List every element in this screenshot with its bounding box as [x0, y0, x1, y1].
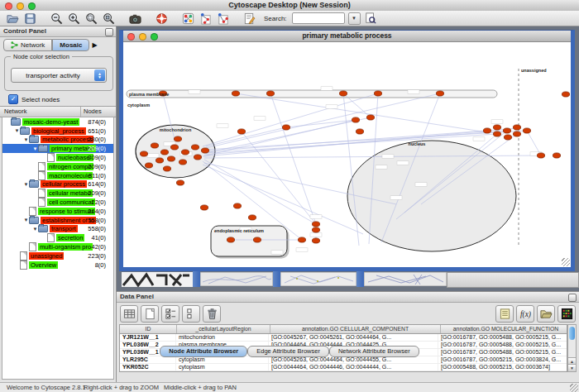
table-row[interactable]: YKR052Ccytoplasm[GO:0044464, GO:0044446,…	[120, 364, 567, 371]
tree-row[interactable]: ▼cellular process614(0)	[2, 180, 113, 189]
minimize-window-icon[interactable]	[17, 2, 24, 10]
table-row[interactable]: YDR039C__1mitochondrion[GO:0044464, GO:0…	[120, 371, 567, 372]
tree-expand-icon[interactable]: ▼	[23, 218, 29, 222]
tree-row[interactable]: ▼primary metabo209(0)	[2, 144, 113, 153]
col-molecular-function[interactable]: annotation.GO MOLECULAR_FUNCTION	[441, 325, 567, 333]
tree-expand-icon[interactable]: ▼	[14, 128, 20, 133]
zoom-view-icon[interactable]	[151, 33, 158, 41]
tree-col-nodes[interactable]: Nodes	[84, 108, 102, 115]
tree-expand-icon[interactable]: ▼	[32, 146, 38, 151]
graph-node	[181, 150, 189, 155]
zoom-fit-icon[interactable]	[101, 12, 116, 25]
status-bar: Welcome to Cytoscape 2.8.1 Right-click +…	[0, 382, 579, 392]
background-window-edge[interactable]	[356, 271, 364, 287]
tab-edge-attribute-browser[interactable]: Edge Attribute Browser	[247, 346, 329, 357]
network-canvas[interactable]: plasma membranecytoplasmmitochondrionnuc…	[123, 42, 571, 267]
scrollbar-thumb[interactable]	[569, 327, 575, 340]
tree-row[interactable]: cellular metabo209(0)	[2, 189, 113, 198]
tree-row[interactable]: nitrogen compo209(0)	[2, 162, 113, 171]
zoom-window-icon[interactable]	[28, 2, 36, 10]
view-resize-grip[interactable]	[562, 258, 570, 266]
tree-row[interactable]: nucleobase-209(0)	[2, 153, 113, 162]
graph-node	[374, 91, 381, 96]
save-icon[interactable]	[22, 12, 37, 25]
close-view-icon[interactable]	[127, 33, 135, 41]
attribute-matrix-icon[interactable]	[557, 305, 576, 323]
tree-row[interactable]: ▼biological_process651(0)	[2, 127, 113, 136]
show-table-icon[interactable]	[120, 305, 138, 323]
zoom-selected-icon[interactable]	[84, 12, 98, 25]
background-window-fragment[interactable]	[364, 272, 447, 286]
background-window-fragment[interactable]	[447, 272, 579, 288]
tree-row[interactable]: ▼metabolic process280(0)	[2, 136, 113, 145]
node-color-selection-label: Node color selection	[11, 53, 72, 60]
snapshot-icon[interactable]	[127, 12, 142, 25]
zoom-out-icon[interactable]	[49, 12, 64, 25]
import-attributes-icon[interactable]	[537, 305, 555, 323]
tree-expand-icon[interactable]: ▼	[32, 227, 38, 232]
tab-network-attribute-browser[interactable]: Network Attribute Browser	[329, 346, 419, 357]
vizmapper-icon[interactable]	[180, 12, 195, 25]
network-view-window-controls[interactable]	[127, 33, 158, 41]
tree-row[interactable]: cell communicat22(0)	[2, 198, 113, 207]
minimize-view-icon[interactable]	[139, 33, 146, 41]
tree-label: response to stimulu	[38, 208, 95, 215]
window-controls[interactable]	[5, 2, 36, 10]
node-label-box	[310, 233, 322, 237]
col-region[interactable]: _cellularLayoutRegion	[177, 325, 270, 333]
tree-row[interactable]: ▼transport558(0)	[2, 225, 113, 234]
node-color-dropdown[interactable]: transporter activity ▲▼	[11, 68, 107, 83]
close-window-icon[interactable]	[5, 2, 12, 10]
select-nodes-checkbox[interactable]: ✓	[8, 94, 18, 104]
function-builder-icon[interactable]: f(x)	[516, 305, 534, 323]
search-dropdown-arrow-icon[interactable]: ▼	[348, 12, 361, 25]
tab-scroll-right-icon[interactable]: ▶	[92, 41, 97, 49]
table-row[interactable]: YLR295Ccytoplasm[GO:0045263, GO:0044464,…	[120, 356, 567, 364]
float-panel-icon[interactable]	[568, 294, 577, 302]
tree-row[interactable]: secretion41(0)	[2, 233, 113, 242]
annotation-icon[interactable]	[242, 12, 256, 25]
window-resize-grip[interactable]	[570, 384, 578, 392]
network-view-titlebar[interactable]: primary metabolic process	[123, 31, 571, 42]
tree-node-count: 209(0)	[88, 154, 106, 161]
edit-network-icon[interactable]	[198, 12, 213, 25]
zoom-in-icon[interactable]	[66, 12, 81, 25]
background-window-fragment[interactable]	[280, 272, 356, 286]
select-attributes-icon[interactable]	[161, 305, 179, 323]
tree-expand-icon[interactable]: ▼	[23, 137, 29, 142]
background-window-edge[interactable]	[273, 271, 280, 287]
attribute-editor-icon[interactable]	[495, 305, 514, 323]
scroll-down-icon[interactable]: ▼	[568, 364, 576, 371]
tree-row[interactable]: macromolecule311(0)	[2, 171, 113, 180]
tab-network[interactable]: Network	[3, 39, 52, 51]
search-options-icon[interactable]	[363, 12, 378, 25]
background-window-edge[interactable]	[193, 271, 200, 287]
table-row[interactable]: YJR121W__1mitochondrion[GO:0045267, GO:0…	[120, 334, 567, 342]
tab-mosaic[interactable]: Mosaic	[52, 39, 89, 51]
background-window-fragment[interactable]	[200, 272, 273, 286]
tree-row[interactable]: Overview8(0)	[2, 261, 113, 270]
mdi-desktop: primary metabolic process plasma membran…	[117, 26, 579, 291]
col-cellular-component[interactable]: annotation.GO CELLULAR_COMPONENT	[270, 325, 441, 333]
tab-node-attribute-browser[interactable]: Node Attribute Browser	[160, 346, 247, 357]
tree-row[interactable]: response to stimulu264(0)	[2, 207, 113, 216]
search-input[interactable]	[292, 12, 345, 24]
region-label-endoplasmic_reticulum: endoplasmic reticulum	[214, 228, 264, 233]
open-icon[interactable]	[5, 12, 20, 25]
edit-network-alt-icon[interactable]	[215, 12, 230, 25]
tree-expand-icon[interactable]: ▼	[23, 182, 29, 187]
tree-row[interactable]: unassigned223(0)	[2, 251, 113, 261]
unselect-attributes-icon[interactable]	[182, 305, 200, 323]
tree-row[interactable]: ▼establishment of lo558(0)	[2, 216, 113, 225]
col-id[interactable]: ID	[120, 325, 177, 333]
graph-node	[151, 143, 158, 148]
new-attribute-icon[interactable]	[141, 305, 159, 323]
network-tab-icon	[11, 41, 18, 49]
tree-col-network[interactable]: Network	[4, 108, 27, 115]
tree-row[interactable]: multi-organism pro42(0)	[2, 242, 113, 251]
background-window-fragment[interactable]	[122, 272, 193, 287]
help-icon[interactable]	[154, 12, 169, 25]
delete-attribute-icon[interactable]	[203, 305, 221, 323]
float-panel-icon[interactable]	[105, 28, 113, 36]
tree-row[interactable]: mosaic-demo-yeast874(0)	[2, 117, 113, 127]
